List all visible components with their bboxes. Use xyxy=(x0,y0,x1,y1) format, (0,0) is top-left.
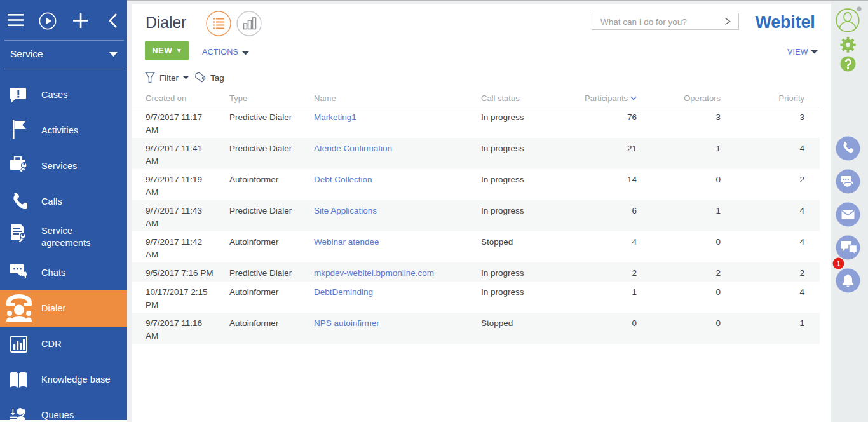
svg-text:1: 1 xyxy=(836,260,840,268)
